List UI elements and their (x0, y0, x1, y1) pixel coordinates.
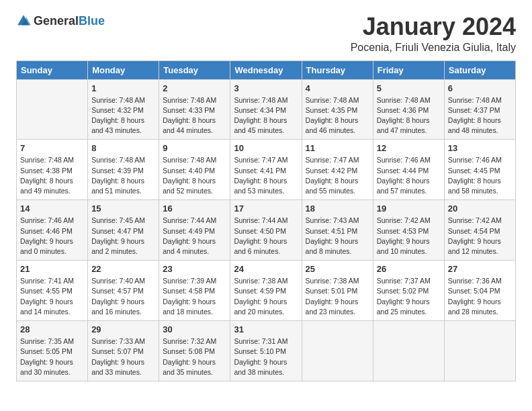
title-block: January 2024 Pocenia, Friuli Venezia Giu… (351, 13, 516, 54)
page-header: GeneralBlue January 2024 Pocenia, Friuli… (16, 13, 516, 54)
day-info: Sunrise: 7:46 AMSunset: 4:44 PMDaylight:… (377, 155, 441, 196)
calendar-cell: 19Sunrise: 7:42 AMSunset: 4:53 PMDayligh… (373, 200, 444, 261)
calendar-cell: 29Sunrise: 7:33 AMSunset: 5:07 PMDayligh… (88, 321, 159, 381)
calendar-cell: 9Sunrise: 7:48 AMSunset: 4:40 PMDaylight… (159, 140, 230, 200)
logo: GeneralBlue (16, 13, 105, 28)
day-number: 31 (234, 324, 298, 334)
week-row-1: 1Sunrise: 7:48 AMSunset: 4:32 PMDaylight… (17, 79, 516, 140)
day-number: 2 (163, 83, 226, 93)
day-info: Sunrise: 7:45 AMSunset: 4:47 PMDaylight:… (91, 216, 155, 257)
day-number: 30 (163, 324, 226, 334)
day-number: 27 (448, 264, 512, 274)
day-info: Sunrise: 7:41 AMSunset: 4:55 PMDaylight:… (20, 276, 84, 317)
calendar-body: 1Sunrise: 7:48 AMSunset: 4:32 PMDaylight… (17, 79, 516, 381)
logo-icon (16, 13, 31, 28)
logo-general: General (34, 14, 79, 28)
calendar-cell: 26Sunrise: 7:37 AMSunset: 5:02 PMDayligh… (373, 261, 444, 321)
calendar-cell: 20Sunrise: 7:42 AMSunset: 4:54 PMDayligh… (444, 200, 515, 261)
header-day-monday: Monday (88, 60, 159, 79)
day-number: 9 (163, 143, 226, 153)
day-number: 22 (91, 264, 155, 274)
day-info: Sunrise: 7:47 AMSunset: 4:42 PMDaylight:… (306, 155, 369, 196)
day-info: Sunrise: 7:48 AMSunset: 4:35 PMDaylight:… (306, 95, 369, 136)
calendar-cell: 13Sunrise: 7:46 AMSunset: 4:45 PMDayligh… (444, 140, 515, 200)
calendar-table: SundayMondayTuesdayWednesdayThursdayFrid… (16, 60, 516, 381)
calendar-cell: 21Sunrise: 7:41 AMSunset: 4:55 PMDayligh… (17, 261, 88, 321)
day-info: Sunrise: 7:42 AMSunset: 4:53 PMDaylight:… (377, 216, 441, 257)
calendar-cell (444, 321, 515, 381)
day-number: 23 (163, 264, 226, 274)
week-row-4: 21Sunrise: 7:41 AMSunset: 4:55 PMDayligh… (17, 261, 516, 321)
day-info: Sunrise: 7:48 AMSunset: 4:33 PMDaylight:… (163, 95, 226, 136)
calendar-cell: 3Sunrise: 7:48 AMSunset: 4:34 PMDaylight… (230, 79, 302, 140)
calendar-cell (373, 321, 444, 381)
calendar-cell: 18Sunrise: 7:43 AMSunset: 4:51 PMDayligh… (302, 200, 373, 261)
calendar-cell: 11Sunrise: 7:47 AMSunset: 4:42 PMDayligh… (302, 140, 373, 200)
day-number: 7 (20, 143, 84, 153)
day-info: Sunrise: 7:36 AMSunset: 5:04 PMDaylight:… (448, 276, 512, 317)
day-info: Sunrise: 7:46 AMSunset: 4:46 PMDaylight:… (20, 216, 84, 257)
calendar-cell: 17Sunrise: 7:44 AMSunset: 4:50 PMDayligh… (230, 200, 302, 261)
header-day-tuesday: Tuesday (159, 60, 230, 79)
day-number: 6 (448, 83, 512, 93)
day-info: Sunrise: 7:48 AMSunset: 4:39 PMDaylight:… (91, 155, 155, 196)
logo-text: GeneralBlue (34, 14, 105, 28)
subtitle: Pocenia, Friuli Venezia Giulia, Italy (351, 42, 516, 54)
day-number: 21 (20, 264, 84, 274)
calendar-cell: 16Sunrise: 7:44 AMSunset: 4:49 PMDayligh… (159, 200, 230, 261)
day-number: 19 (377, 203, 441, 214)
day-number: 18 (306, 203, 369, 214)
calendar-cell: 14Sunrise: 7:46 AMSunset: 4:46 PMDayligh… (17, 200, 88, 261)
day-info: Sunrise: 7:42 AMSunset: 4:54 PMDaylight:… (448, 216, 512, 257)
calendar-cell: 23Sunrise: 7:39 AMSunset: 4:58 PMDayligh… (159, 261, 230, 321)
calendar-cell: 8Sunrise: 7:48 AMSunset: 4:39 PMDaylight… (88, 140, 159, 200)
day-number: 13 (448, 143, 512, 153)
calendar-cell: 6Sunrise: 7:48 AMSunset: 4:37 PMDaylight… (444, 79, 515, 140)
main-title: January 2024 (351, 13, 516, 40)
day-info: Sunrise: 7:35 AMSunset: 5:05 PMDaylight:… (20, 336, 84, 377)
calendar-cell: 15Sunrise: 7:45 AMSunset: 4:47 PMDayligh… (88, 200, 159, 261)
calendar-cell: 1Sunrise: 7:48 AMSunset: 4:32 PMDaylight… (88, 79, 159, 140)
day-number: 5 (377, 83, 441, 93)
calendar-cell: 12Sunrise: 7:46 AMSunset: 4:44 PMDayligh… (373, 140, 444, 200)
header-day-wednesday: Wednesday (230, 60, 302, 79)
day-number: 16 (163, 203, 226, 214)
day-number: 20 (448, 203, 512, 214)
day-number: 10 (234, 143, 298, 153)
day-info: Sunrise: 7:38 AMSunset: 4:59 PMDaylight:… (234, 276, 298, 317)
day-info: Sunrise: 7:33 AMSunset: 5:07 PMDaylight:… (91, 336, 155, 377)
calendar-cell (302, 321, 373, 381)
day-info: Sunrise: 7:39 AMSunset: 4:58 PMDaylight:… (163, 276, 226, 317)
header-day-sunday: Sunday (17, 60, 88, 79)
calendar-cell: 7Sunrise: 7:48 AMSunset: 4:38 PMDaylight… (17, 140, 88, 200)
day-number: 11 (306, 143, 369, 153)
day-number: 4 (306, 83, 369, 93)
day-number: 14 (20, 203, 84, 214)
day-number: 3 (234, 83, 298, 93)
day-info: Sunrise: 7:31 AMSunset: 5:10 PMDaylight:… (234, 336, 298, 377)
calendar-cell: 31Sunrise: 7:31 AMSunset: 5:10 PMDayligh… (230, 321, 302, 381)
week-row-5: 28Sunrise: 7:35 AMSunset: 5:05 PMDayligh… (17, 321, 516, 381)
header-day-saturday: Saturday (444, 60, 515, 79)
calendar-cell: 30Sunrise: 7:32 AMSunset: 5:08 PMDayligh… (159, 321, 230, 381)
day-info: Sunrise: 7:43 AMSunset: 4:51 PMDaylight:… (306, 216, 369, 257)
day-info: Sunrise: 7:48 AMSunset: 4:36 PMDaylight:… (377, 95, 441, 136)
day-info: Sunrise: 7:38 AMSunset: 5:01 PMDaylight:… (306, 276, 369, 317)
day-info: Sunrise: 7:48 AMSunset: 4:37 PMDaylight:… (448, 95, 512, 136)
calendar-cell: 24Sunrise: 7:38 AMSunset: 4:59 PMDayligh… (230, 261, 302, 321)
day-info: Sunrise: 7:32 AMSunset: 5:08 PMDaylight:… (163, 336, 226, 377)
calendar-cell: 4Sunrise: 7:48 AMSunset: 4:35 PMDaylight… (302, 79, 373, 140)
calendar-cell: 25Sunrise: 7:38 AMSunset: 5:01 PMDayligh… (302, 261, 373, 321)
calendar-cell: 10Sunrise: 7:47 AMSunset: 4:41 PMDayligh… (230, 140, 302, 200)
logo-blue: Blue (79, 14, 105, 28)
day-info: Sunrise: 7:40 AMSunset: 4:57 PMDaylight:… (91, 276, 155, 317)
day-info: Sunrise: 7:48 AMSunset: 4:38 PMDaylight:… (20, 155, 84, 196)
week-row-3: 14Sunrise: 7:46 AMSunset: 4:46 PMDayligh… (17, 200, 516, 261)
day-number: 15 (91, 203, 155, 214)
day-number: 28 (20, 324, 84, 334)
day-number: 26 (377, 264, 441, 274)
day-number: 12 (377, 143, 441, 153)
calendar-cell: 2Sunrise: 7:48 AMSunset: 4:33 PMDaylight… (159, 79, 230, 140)
calendar-cell: 28Sunrise: 7:35 AMSunset: 5:05 PMDayligh… (17, 321, 88, 381)
calendar-cell: 5Sunrise: 7:48 AMSunset: 4:36 PMDaylight… (373, 79, 444, 140)
